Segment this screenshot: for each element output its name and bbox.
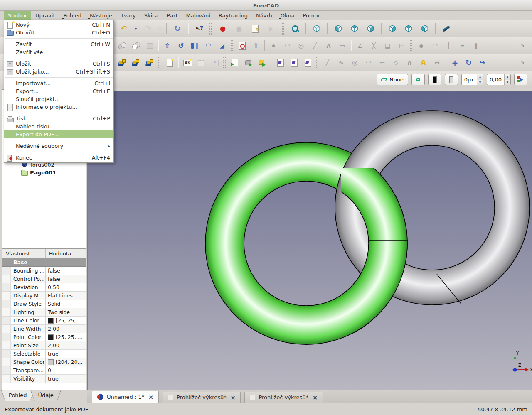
toolbar-drag-handle[interactable]	[409, 39, 413, 52]
property-row-line-color[interactable]: Line Color[25, 25, ...	[2, 317, 86, 325]
draft-view-button[interactable]	[195, 56, 207, 69]
drawing-part-view-button[interactable]	[116, 56, 128, 69]
menubar-item-nastroje[interactable]: Nástroje	[86, 11, 116, 20]
tab-udaje[interactable]: Údaje	[30, 390, 61, 401]
toolbar-drag-handle[interactable]	[209, 22, 213, 35]
menu-item-ulozit-jako[interactable]: Uložit jako...Ctrl+Shift+S	[4, 68, 113, 76]
property-row-line-width[interactable]: Line Width2,00	[2, 325, 86, 333]
undo-button[interactable]: ↶	[117, 22, 131, 35]
property-value[interactable]: true	[46, 375, 86, 383]
toolbar-drag-handle[interactable]	[230, 39, 234, 52]
tab-pohled[interactable]: Pohled	[1, 390, 34, 401]
line-width-spinbox[interactable]: 0px ▲ ▼	[461, 74, 483, 85]
property-value[interactable]: [25, 25, ...	[46, 333, 86, 341]
insert-view-button[interactable]	[228, 56, 241, 69]
menu-item-export-do-pdf[interactable]: Export do PDF...	[4, 130, 113, 138]
spin-up-icon[interactable]: ▲	[477, 74, 483, 80]
part-union-button[interactable]	[116, 39, 128, 52]
export-page-button[interactable]	[514, 74, 527, 85]
symbol-page-button-3[interactable]	[301, 56, 314, 69]
property-value[interactable]: false	[46, 275, 86, 283]
toolbar-drag-handle[interactable]	[315, 56, 319, 69]
tab-close-icon[interactable]: ×	[231, 394, 236, 401]
sketch-line-button[interactable]: ╱	[308, 39, 321, 52]
menu-item-zavrit[interactable]: ZavřítCtrl+W	[4, 40, 113, 48]
draft-rectangle-button[interactable]: ▭	[376, 56, 389, 69]
whats-this-button[interactable]	[192, 22, 206, 35]
property-row-transpare[interactable]: Transpare...0	[2, 366, 86, 375]
macro-play-button[interactable]: ▶	[264, 22, 278, 35]
constraint-parallel-button[interactable]: ∥	[470, 39, 483, 52]
property-row-visibility[interactable]: Visibilitytrue	[2, 375, 86, 383]
property-value[interactable]: Solid	[46, 300, 86, 308]
draft-line-button[interactable]: ╱	[321, 56, 334, 69]
undo-dropdown[interactable]: ▾	[133, 22, 139, 35]
menubar-item-upravit[interactable]: Upravit	[31, 11, 59, 20]
macro-edit-button[interactable]	[248, 22, 262, 35]
sketch-map-button[interactable]	[236, 39, 249, 52]
menu-item-ulozit[interactable]: UložitCtrl+S	[4, 60, 113, 68]
fill-style-dropdown[interactable]: None	[377, 74, 408, 85]
menu-item-importovat[interactable]: Importovat...Ctrl+I	[4, 79, 113, 87]
line-color-button[interactable]	[428, 74, 441, 85]
property-value[interactable]: 2,00	[46, 341, 86, 349]
angle-spinbox[interactable]: 0,00 ▲ ▼	[487, 74, 511, 85]
draft-polyline-button[interactable]: ∿	[335, 56, 347, 69]
menu-item-novy[interactable]: NovýCtrl+N	[4, 21, 113, 29]
draft-dimension-button[interactable]: ↔	[431, 56, 443, 69]
draft-polygon-button[interactable]: ◇	[389, 56, 402, 69]
constraint-block-button[interactable]: ▤	[381, 39, 394, 52]
view-rear-button[interactable]	[385, 22, 399, 35]
property-value[interactable]: true	[46, 350, 86, 358]
sketch-point-button[interactable]: ●	[267, 39, 280, 52]
property-value[interactable]: [204, 20...	[46, 358, 86, 366]
menubar-item-navrh[interactable]: Návrh	[252, 11, 276, 20]
line-width-value[interactable]: 0px	[462, 74, 477, 85]
constraint-cross-button[interactable]: ╳	[367, 39, 380, 52]
insert-part-view-button[interactable]	[256, 56, 268, 69]
part-extrude-button[interactable]: ⇧	[161, 39, 174, 52]
menubar-item-malovani[interactable]: Malování	[182, 11, 214, 20]
menu-item-sloucit-projekt[interactable]: Sloučit projekt...	[4, 95, 113, 103]
property-value[interactable]: false	[46, 267, 86, 275]
constraint-horizontal-button[interactable]: ━	[456, 39, 469, 52]
redo-button[interactable]: ↷	[141, 22, 155, 35]
property-value[interactable]: 2,00	[46, 325, 86, 333]
tab-close-icon[interactable]: ×	[313, 394, 318, 401]
angle-value[interactable]: 0,00	[487, 74, 504, 85]
menu-item-otevrit[interactable]: Otevřít...Ctrl+O	[4, 29, 113, 37]
view-axonometric-button[interactable]	[310, 22, 324, 35]
property-value[interactable]: 0,50	[46, 283, 86, 291]
tree-item-page001[interactable]: Page001	[3, 169, 85, 177]
property-group-base[interactable]: Base	[2, 258, 86, 267]
menu-item-export[interactable]: Export...Ctrl+E	[4, 87, 113, 95]
window-titlebar[interactable]: FreeCAD	[0, 0, 532, 11]
part-fillet-button[interactable]: ◠	[202, 39, 215, 52]
tab-close-icon[interactable]: ×	[148, 394, 153, 400]
draft-bspline-button[interactable]: ∩	[403, 56, 416, 69]
toolbar-drag-handle[interactable]	[158, 56, 161, 69]
refresh-button[interactable]: ↻	[170, 22, 185, 35]
macro-stop-button[interactable]: ■	[232, 22, 246, 35]
drawing-multi-view-button[interactable]	[129, 56, 142, 69]
menu-item-konec[interactable]: KonecAlt+F4	[4, 154, 113, 162]
part-chamfer-button[interactable]: ◢	[216, 39, 229, 52]
property-row-point-color[interactable]: Point Color[25, 25, ...	[2, 333, 86, 341]
menu-item-nahled-tisku[interactable]: Náhled tisku...	[4, 123, 113, 130]
toolbar-drag-handle[interactable]	[281, 22, 285, 35]
view-front-button[interactable]	[331, 22, 345, 35]
symbol-page-button-1[interactable]	[273, 56, 286, 69]
menubar-item-pohled[interactable]: Pohled	[59, 11, 85, 20]
a3-sheet-button[interactable]: A3	[181, 56, 194, 69]
property-row-display-m[interactable]: Display M...Flat Lines	[2, 292, 86, 300]
view-top-button[interactable]	[347, 22, 362, 35]
constraint-coincident-button[interactable]: ∠	[354, 39, 367, 52]
new-sheet-button[interactable]	[163, 56, 176, 69]
constraint-tangent-button[interactable]: ◠	[429, 39, 441, 52]
measure-button[interactable]	[439, 22, 453, 35]
menubar-item-part[interactable]: Part	[163, 11, 182, 20]
menubar-item-skica[interactable]: Skica	[140, 11, 163, 20]
spin-down-icon[interactable]: ▼	[505, 80, 510, 85]
draft-move-button[interactable]: +	[448, 56, 461, 69]
zoom-fit-button[interactable]	[288, 22, 302, 35]
